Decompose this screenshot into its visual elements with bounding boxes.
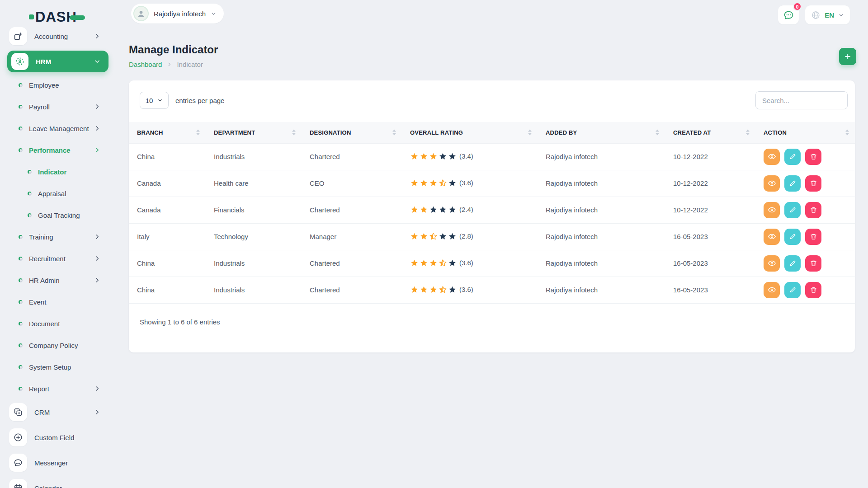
table-row: ChinaIndustrialsChartered(3.6)Rajodiya i…	[129, 277, 855, 303]
sidebar-item-goal-tracking[interactable]: Goal Tracking	[0, 204, 116, 226]
sidebar-item-leave-management[interactable]: Leave Management	[0, 117, 116, 139]
cell-designation: Chartered	[302, 277, 402, 303]
bullet-ring-icon	[28, 192, 32, 196]
rating-value: (3.6)	[459, 286, 473, 293]
view-button[interactable]	[764, 202, 780, 218]
cell-branch: China	[129, 277, 206, 303]
create-indicator-button[interactable]: +	[839, 48, 856, 65]
delete-button[interactable]	[805, 282, 821, 298]
sort-arrows-icon[interactable]	[392, 130, 396, 136]
edit-button[interactable]	[784, 175, 801, 192]
sidebar-item-label: Goal Tracking	[38, 211, 80, 219]
sidebar-item-payroll[interactable]: Payroll	[0, 96, 116, 117]
sort-arrows-icon[interactable]	[746, 130, 750, 136]
column-header-created-at[interactable]: CREATED AT	[665, 122, 755, 143]
sidebar-item-custom-field[interactable]: Custom Field	[0, 425, 116, 450]
sidebar-item-training[interactable]: Training	[0, 226, 116, 248]
sort-arrows-icon[interactable]	[528, 130, 532, 136]
pencil-icon	[789, 286, 797, 294]
cell-department: Technology	[206, 223, 302, 250]
edit-button[interactable]	[784, 149, 801, 165]
rating-stars: (3.6)	[410, 178, 473, 187]
row-actions	[764, 229, 847, 245]
chevron-right-icon	[94, 103, 100, 110]
edit-button[interactable]	[784, 229, 801, 245]
view-button[interactable]	[764, 282, 780, 298]
row-actions	[764, 282, 847, 298]
rating-value: (3.6)	[459, 259, 473, 267]
pencil-icon	[789, 153, 797, 160]
sidebar-item-event[interactable]: Event	[0, 291, 116, 313]
star-full-icon	[410, 152, 419, 160]
column-header-branch[interactable]: BRANCH	[129, 122, 206, 143]
cell-overall-rating: (3.6)	[402, 250, 538, 277]
sidebar-item-indicator[interactable]: Indicator	[0, 161, 116, 183]
cell-added-by: Rajodiya infotech	[538, 170, 665, 197]
star-full-icon	[429, 178, 438, 187]
sidebar-item-hr-admin[interactable]: HR Admin	[0, 269, 116, 291]
language-selector[interactable]: EN	[805, 5, 850, 24]
sidebar-item-report[interactable]: Report	[0, 378, 116, 399]
sort-arrows-icon[interactable]	[196, 130, 200, 136]
delete-button[interactable]	[805, 229, 821, 245]
sidebar-item-messenger[interactable]: Messenger	[0, 450, 116, 475]
sidebar-item-performance[interactable]: Performance	[0, 139, 116, 161]
star-empty-icon	[439, 205, 447, 214]
star-half-icon	[439, 178, 447, 187]
cell-branch: Canada	[129, 197, 206, 223]
edit-button[interactable]	[784, 282, 801, 298]
sidebar-item-system-setup[interactable]: System Setup	[0, 356, 116, 378]
view-button[interactable]	[764, 149, 780, 165]
cell-designation: Chartered	[302, 143, 402, 170]
sidebar-item-appraisal[interactable]: Appraisal	[0, 183, 116, 204]
star-full-icon	[429, 152, 438, 160]
chevron-right-icon	[94, 277, 100, 283]
cell-branch: China	[129, 143, 206, 170]
column-header-designation[interactable]: DESIGNATION	[302, 122, 402, 143]
sidebar-item-document[interactable]: Document	[0, 313, 116, 334]
entries-per-page-select[interactable]: 10	[140, 92, 169, 109]
sort-arrows-icon[interactable]	[845, 130, 849, 136]
star-full-icon	[410, 178, 419, 187]
column-header-label: OVERALL RATING	[410, 129, 463, 136]
workspace-switcher[interactable]: Rajodiya infotech	[131, 4, 224, 23]
view-button[interactable]	[764, 175, 780, 192]
view-button[interactable]	[764, 255, 780, 272]
sort-arrows-icon[interactable]	[292, 130, 296, 136]
sidebar-item-company-policy[interactable]: Company Policy	[0, 334, 116, 356]
edit-button[interactable]	[784, 202, 801, 218]
column-header-department[interactable]: DEPARTMENT	[206, 122, 302, 143]
column-header-action[interactable]: ACTION	[755, 122, 855, 143]
delete-button[interactable]	[805, 149, 821, 165]
globe-icon	[811, 10, 821, 20]
messages-button[interactable]: 0	[778, 5, 799, 24]
sidebar-item-crm[interactable]: CRM	[0, 399, 116, 425]
star-full-icon	[429, 285, 438, 294]
column-header-overall-rating[interactable]: OVERALL RATING	[402, 122, 538, 143]
brand-logo[interactable]: DASH	[29, 10, 85, 24]
sidebar-item-hrm[interactable]: HRM	[0, 49, 116, 74]
star-full-icon	[420, 285, 428, 294]
search-input[interactable]	[755, 91, 848, 109]
cell-added-by: Rajodiya infotech	[538, 277, 665, 303]
delete-button[interactable]	[805, 175, 821, 192]
delete-button[interactable]	[805, 255, 821, 272]
sidebar-item-accounting[interactable]: Accounting	[0, 27, 116, 49]
bullet-ring-icon	[19, 235, 23, 239]
star-empty-icon	[439, 232, 447, 240]
chevron-right-icon	[94, 234, 100, 240]
sidebar-item-employee[interactable]: Employee	[0, 74, 116, 96]
cell-overall-rating: (3.6)	[402, 277, 538, 303]
sidebar-item-recruitment[interactable]: Recruitment	[0, 248, 116, 269]
sidebar-item-calendar[interactable]: Calendar	[0, 475, 116, 488]
sort-arrows-icon[interactable]	[656, 130, 659, 136]
cell-created-at: 16-05-2023	[665, 277, 755, 303]
column-header-added-by[interactable]: ADDED BY	[538, 122, 665, 143]
trash-icon	[810, 259, 817, 267]
view-button[interactable]	[764, 229, 780, 245]
cell-overall-rating: (3.4)	[402, 143, 538, 170]
chat-bubble-icon	[783, 9, 794, 21]
edit-button[interactable]	[784, 255, 801, 272]
breadcrumb-dashboard-link[interactable]: Dashboard	[129, 61, 162, 68]
delete-button[interactable]	[805, 202, 821, 218]
